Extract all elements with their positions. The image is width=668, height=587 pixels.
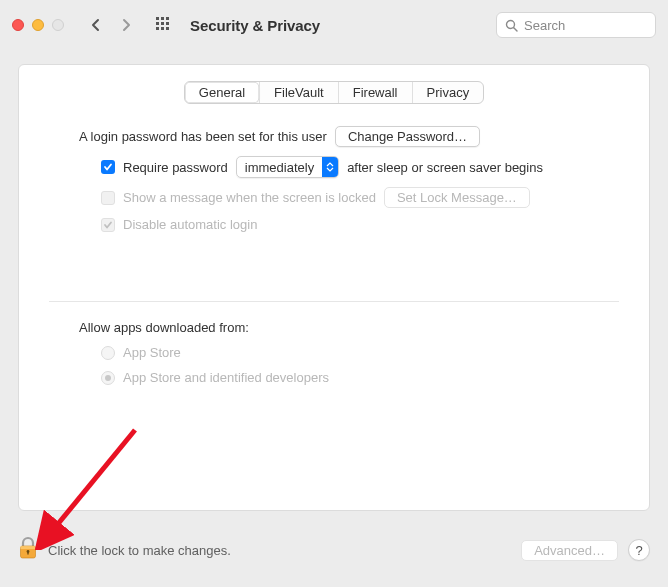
svg-rect-6 bbox=[156, 27, 159, 30]
svg-rect-8 bbox=[166, 27, 169, 30]
disable-auto-login-checkbox bbox=[101, 218, 115, 232]
preferences-panel: General FileVault Firewall Privacy A log… bbox=[18, 64, 650, 511]
show-message-row: Show a message when the screen is locked… bbox=[79, 187, 619, 208]
advanced-button[interactable]: Advanced… bbox=[521, 540, 618, 561]
tab-privacy[interactable]: Privacy bbox=[412, 82, 484, 103]
show-message-label: Show a message when the screen is locked bbox=[123, 190, 376, 205]
lock-hint-text: Click the lock to make changes. bbox=[48, 543, 231, 558]
footer-bar: Click the lock to make changes. Advanced… bbox=[18, 525, 650, 575]
change-password-button[interactable]: Change Password… bbox=[335, 126, 480, 147]
gatekeeper-section: Allow apps downloaded from: App Store Ap… bbox=[19, 302, 649, 385]
require-password-prefix: Require password bbox=[123, 160, 228, 175]
segmented-control: General FileVault Firewall Privacy bbox=[184, 81, 484, 104]
show-message-checkbox bbox=[101, 191, 115, 205]
svg-rect-5 bbox=[166, 22, 169, 25]
forward-button[interactable] bbox=[114, 13, 138, 37]
checkmark-icon bbox=[103, 162, 113, 172]
general-section: A login password has been set for this u… bbox=[19, 104, 649, 232]
svg-rect-4 bbox=[161, 22, 164, 25]
help-button[interactable]: ? bbox=[628, 539, 650, 561]
search-field-wrap[interactable] bbox=[496, 12, 656, 38]
window-toolbar: Security & Privacy bbox=[0, 0, 668, 50]
require-password-delay-value: immediately bbox=[237, 160, 322, 175]
back-button[interactable] bbox=[84, 13, 108, 37]
svg-rect-2 bbox=[166, 17, 169, 20]
svg-rect-3 bbox=[156, 22, 159, 25]
radio-button bbox=[101, 346, 115, 360]
disable-auto-login-label: Disable automatic login bbox=[123, 217, 257, 232]
gatekeeper-heading: Allow apps downloaded from: bbox=[79, 320, 619, 335]
search-icon bbox=[505, 19, 518, 32]
svg-point-9 bbox=[507, 20, 515, 28]
set-lock-message-button: Set Lock Message… bbox=[384, 187, 530, 208]
login-password-text: A login password has been set for this u… bbox=[79, 129, 327, 144]
gatekeeper-option-appstore: App Store bbox=[79, 345, 619, 360]
login-password-row: A login password has been set for this u… bbox=[79, 126, 619, 147]
gatekeeper-option-label: App Store and identified developers bbox=[123, 370, 329, 385]
disable-auto-login-row: Disable automatic login bbox=[79, 217, 619, 232]
svg-rect-1 bbox=[161, 17, 164, 20]
radio-button bbox=[101, 371, 115, 385]
gatekeeper-option-identified: App Store and identified developers bbox=[79, 370, 619, 385]
minimize-window-button[interactable] bbox=[32, 19, 44, 31]
require-password-suffix: after sleep or screen saver begins bbox=[347, 160, 543, 175]
traffic-lights bbox=[12, 19, 64, 31]
svg-line-10 bbox=[514, 27, 517, 30]
close-window-button[interactable] bbox=[12, 19, 24, 31]
tab-firewall[interactable]: Firewall bbox=[338, 82, 412, 103]
require-password-checkbox[interactable] bbox=[101, 160, 115, 174]
zoom-window-button[interactable] bbox=[52, 19, 64, 31]
require-password-row: Require password immediately after sleep… bbox=[79, 156, 619, 178]
svg-rect-7 bbox=[161, 27, 164, 30]
tab-filevault[interactable]: FileVault bbox=[259, 82, 338, 103]
checkmark-icon bbox=[103, 220, 113, 230]
lock-group: Click the lock to make changes. bbox=[18, 536, 231, 564]
require-password-delay-popup[interactable]: immediately bbox=[236, 156, 339, 178]
svg-rect-0 bbox=[156, 17, 159, 20]
gatekeeper-option-label: App Store bbox=[123, 345, 181, 360]
tab-bar: General FileVault Firewall Privacy bbox=[19, 81, 649, 104]
lock-icon[interactable] bbox=[18, 536, 38, 564]
nav-buttons bbox=[84, 13, 138, 37]
search-input[interactable] bbox=[524, 18, 647, 33]
show-all-prefs-button[interactable] bbox=[156, 17, 172, 33]
tab-general[interactable]: General bbox=[185, 82, 259, 103]
stepper-icon bbox=[322, 157, 338, 177]
svg-rect-12 bbox=[21, 546, 36, 549]
window-title: Security & Privacy bbox=[190, 17, 320, 34]
svg-rect-14 bbox=[27, 552, 28, 555]
